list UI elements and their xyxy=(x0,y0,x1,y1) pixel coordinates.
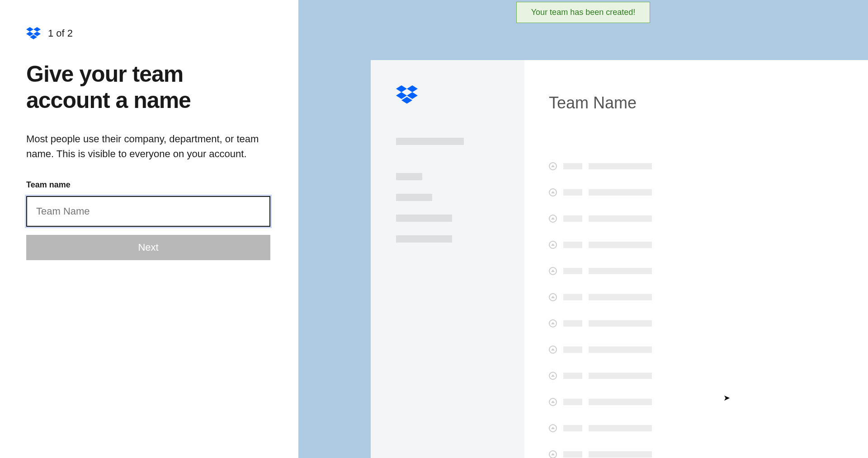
skeleton-bar xyxy=(563,373,582,379)
success-toast: Your team has been created! xyxy=(516,2,651,23)
skeleton-bar xyxy=(563,346,582,353)
skeleton-bar xyxy=(563,189,582,196)
skeleton-bar xyxy=(396,194,432,201)
cloud-icon xyxy=(549,241,557,249)
list-item xyxy=(549,346,844,354)
cloud-icon xyxy=(549,293,557,301)
preview-panel: Your team has been created! Team Name xyxy=(298,0,868,458)
cloud-icon xyxy=(549,372,557,380)
list-item xyxy=(549,188,844,196)
skeleton-bar xyxy=(563,451,582,458)
list-item xyxy=(549,398,844,406)
logo-row: 1 of 2 xyxy=(26,27,272,40)
cloud-icon xyxy=(549,398,557,406)
next-button[interactable]: Next xyxy=(26,235,270,260)
preview-window: Team Name xyxy=(371,60,868,458)
skeleton-bar xyxy=(563,425,582,431)
list-item xyxy=(549,241,844,249)
skeleton-bar xyxy=(589,425,652,431)
list-item xyxy=(549,267,844,275)
cloud-icon xyxy=(549,424,557,432)
team-name-label: Team name xyxy=(26,180,272,190)
list-item xyxy=(549,162,844,170)
skeleton-bar xyxy=(563,268,582,274)
skeleton-bar xyxy=(589,294,652,300)
list-item xyxy=(549,293,844,301)
skeleton-bar xyxy=(589,242,652,248)
skeleton-bar xyxy=(589,451,652,458)
skeleton-bar xyxy=(396,235,452,243)
cloud-icon xyxy=(549,346,557,354)
cloud-icon xyxy=(549,162,557,170)
cloud-icon xyxy=(549,215,557,223)
skeleton-bar xyxy=(589,163,652,169)
list-item xyxy=(549,424,844,432)
cloud-icon xyxy=(549,319,557,327)
dropbox-logo-icon xyxy=(396,85,418,104)
skeleton-bar xyxy=(396,173,422,180)
skeleton-bar xyxy=(563,163,582,169)
team-name-input[interactable] xyxy=(26,196,270,227)
list-item xyxy=(549,215,844,223)
skeleton-bar xyxy=(563,294,582,300)
skeleton-bar xyxy=(396,215,452,222)
dropbox-logo-icon xyxy=(26,27,41,40)
skeleton-bar xyxy=(563,215,582,222)
skeleton-bar xyxy=(589,268,652,274)
skeleton-bar xyxy=(563,242,582,248)
list-item xyxy=(549,372,844,380)
step-indicator: 1 of 2 xyxy=(48,28,73,39)
skeleton-bar xyxy=(589,399,652,405)
cloud-icon xyxy=(549,267,557,275)
preview-team-name: Team Name xyxy=(549,93,844,112)
skeleton-bar xyxy=(589,189,652,196)
skeleton-bar xyxy=(563,399,582,405)
cloud-icon xyxy=(549,188,557,196)
setup-form-panel: 1 of 2 Give your team account a name Mos… xyxy=(0,0,298,458)
page-description: Most people use their company, departmen… xyxy=(26,131,266,161)
list-item xyxy=(549,450,844,458)
skeleton-bar xyxy=(563,320,582,327)
skeleton-bar xyxy=(589,346,652,353)
page-heading: Give your team account a name xyxy=(26,61,272,113)
preview-main: Team Name xyxy=(524,60,868,458)
skeleton-bar xyxy=(589,215,652,222)
preview-sidebar xyxy=(371,60,524,458)
list-item xyxy=(549,319,844,327)
skeleton-bar xyxy=(589,373,652,379)
cloud-icon xyxy=(549,450,557,458)
skeleton-bar xyxy=(396,138,464,145)
skeleton-bar xyxy=(589,320,652,327)
